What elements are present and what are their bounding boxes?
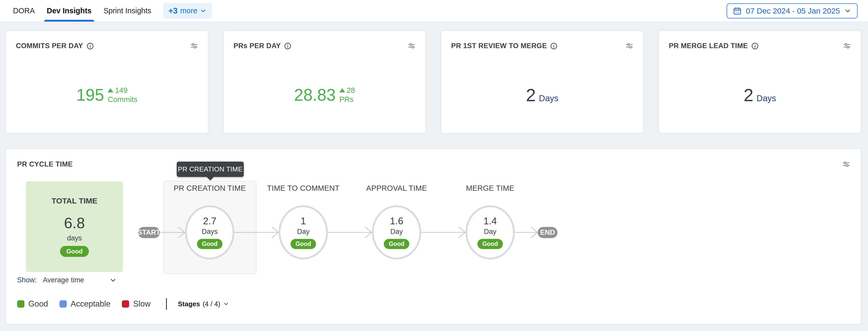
pr-first-review-to-merge-card: PR 1ST REVIEW TO MERGE 2 Days bbox=[441, 30, 644, 134]
stage-node-merge-time[interactable]: 1.4 Day Good bbox=[465, 205, 515, 259]
flow-arrow bbox=[235, 224, 279, 241]
stage-label: APPROVAL TIME bbox=[366, 184, 427, 193]
chevron-down-icon bbox=[200, 7, 207, 14]
show-label: Show: bbox=[17, 276, 37, 284]
flow-arrow bbox=[160, 224, 186, 241]
total-time-value: 6.8 bbox=[64, 214, 85, 231]
end-pill: END bbox=[538, 227, 557, 238]
flow-arrow bbox=[328, 224, 372, 241]
top-bar: DORA Dev Insights Sprint Insights +3 mor… bbox=[0, 0, 868, 22]
metric-value-group: 2 Days bbox=[744, 85, 776, 105]
metric-value-group: 2 Days bbox=[526, 85, 558, 105]
metric-value: 195 bbox=[76, 85, 104, 105]
tab-bar: DORA Dev Insights Sprint Insights +3 mor… bbox=[13, 0, 212, 22]
info-icon[interactable] bbox=[86, 42, 94, 50]
info-icon[interactable] bbox=[550, 42, 558, 50]
metric-value: 28.83 bbox=[294, 85, 336, 105]
dashboard: DORA Dev Insights Sprint Insights +3 mor… bbox=[0, 0, 868, 331]
cycle-flow: TOTAL TIME 6.8 days Good PR CREATION TIM… bbox=[17, 181, 850, 274]
metric-value: 2 bbox=[526, 85, 536, 105]
stage-node-approval-time[interactable]: 1.6 Day Good bbox=[372, 205, 421, 259]
prs-per-day-card: PRs PER DAY 28.83 28 PRs bbox=[223, 30, 426, 134]
metric-delta: 149 bbox=[115, 86, 127, 95]
info-icon[interactable] bbox=[284, 42, 291, 50]
status-badge: Good bbox=[477, 239, 503, 249]
stage-value: 1 bbox=[301, 216, 306, 227]
acceptable-swatch-icon bbox=[60, 300, 67, 308]
tab-sprint-insights[interactable]: Sprint Insights bbox=[103, 0, 151, 22]
metric-cards-row: COMMITS PER DAY 195 149 Commits bbox=[0, 22, 868, 134]
stage-label: TIME TO COMMENT bbox=[267, 184, 340, 193]
card-title: PRs PER DAY bbox=[234, 42, 281, 50]
stage-value: 1.4 bbox=[484, 216, 497, 227]
info-icon[interactable] bbox=[751, 42, 759, 50]
stage-unit: Day bbox=[484, 228, 496, 236]
show-selector-row: Show: Average time bbox=[17, 276, 850, 284]
metric-unit: Days bbox=[539, 93, 558, 103]
stage-value: 2.7 bbox=[203, 216, 216, 227]
total-time-box: TOTAL TIME 6.8 days Good bbox=[26, 182, 123, 272]
stage-label: PR CREATION TIME bbox=[174, 184, 246, 193]
filter-sliders-icon[interactable] bbox=[842, 160, 850, 168]
filter-sliders-icon[interactable] bbox=[408, 42, 415, 50]
card-title: COMMITS PER DAY bbox=[16, 42, 83, 50]
metric-value-group: 195 149 Commits bbox=[76, 85, 137, 105]
up-triangle-icon bbox=[339, 88, 345, 92]
metric-unit: Commits bbox=[107, 95, 137, 104]
stage-unit: Day bbox=[390, 228, 403, 236]
card-title: PR MERGE LEAD TIME bbox=[669, 42, 748, 50]
stage-unit: Day bbox=[297, 228, 310, 236]
more-tabs-count: +3 bbox=[168, 6, 178, 16]
metric-value-group: 28.83 28 PRs bbox=[294, 85, 355, 105]
flow-arrow bbox=[515, 224, 538, 241]
chevron-down-icon bbox=[844, 7, 851, 15]
stages-filter-dropdown[interactable]: Stages (4 / 4) bbox=[178, 300, 229, 308]
date-range-text: 07 Dec 2024 - 05 Jan 2025 bbox=[746, 6, 840, 16]
legend-item-slow: Slow bbox=[122, 299, 151, 309]
calendar-icon bbox=[733, 6, 742, 16]
show-selected-value[interactable]: Average time bbox=[43, 276, 84, 284]
chevron-down-icon[interactable] bbox=[109, 276, 117, 284]
total-time-unit: days bbox=[67, 234, 82, 242]
slow-swatch-icon bbox=[122, 300, 129, 308]
stage-value: 1.6 bbox=[390, 216, 403, 227]
pr-cycle-time-card: PR CYCLE TIME TOTAL TIME 6.8 days Good P… bbox=[5, 148, 861, 325]
commits-per-day-card: COMMITS PER DAY 195 149 Commits bbox=[5, 30, 209, 134]
date-range-picker[interactable]: 07 Dec 2024 - 05 Jan 2025 bbox=[726, 3, 858, 19]
metric-unit: Days bbox=[756, 93, 776, 103]
card-title: PR 1ST REVIEW TO MERGE bbox=[451, 42, 547, 50]
chevron-down-icon bbox=[223, 301, 229, 307]
filter-sliders-icon[interactable] bbox=[190, 42, 198, 50]
stage-unit: Days bbox=[202, 228, 218, 236]
good-swatch-icon bbox=[17, 300, 24, 308]
filter-sliders-icon[interactable] bbox=[625, 42, 633, 50]
up-triangle-icon bbox=[107, 88, 113, 92]
filter-sliders-icon[interactable] bbox=[843, 42, 851, 50]
status-badge: Good bbox=[384, 239, 409, 249]
legend-item-good: Good bbox=[17, 299, 48, 309]
legend-row: Good Acceptable Slow Stages (4 / 4) bbox=[17, 298, 850, 310]
divider bbox=[166, 298, 167, 310]
metric-unit: PRs bbox=[339, 95, 354, 104]
stage-tooltip: PR CREATION TIME bbox=[177, 162, 244, 177]
tab-dora[interactable]: DORA bbox=[13, 0, 35, 22]
status-badge: Good bbox=[60, 246, 89, 257]
more-tabs-button[interactable]: +3 more bbox=[163, 3, 212, 19]
legend-item-acceptable: Acceptable bbox=[60, 299, 111, 309]
status-badge: Good bbox=[290, 239, 316, 249]
stage-node-time-to-comment[interactable]: 1 Day Good bbox=[279, 205, 328, 259]
pr-merge-lead-time-card: PR MERGE LEAD TIME 2 Days bbox=[658, 30, 862, 134]
metric-value: 2 bbox=[744, 85, 753, 105]
stage-node-pr-creation-time[interactable]: 2.7 Days Good bbox=[185, 205, 235, 259]
start-pill: START bbox=[138, 227, 160, 238]
status-badge: Good bbox=[197, 239, 222, 249]
total-time-label: TOTAL TIME bbox=[52, 196, 97, 205]
section-title: PR CYCLE TIME bbox=[17, 160, 73, 168]
tab-dev-insights[interactable]: Dev Insights bbox=[47, 0, 91, 22]
stage-label: MERGE TIME bbox=[466, 184, 514, 193]
more-tabs-label: more bbox=[180, 6, 197, 15]
metric-delta: 28 bbox=[347, 86, 355, 95]
flow-arrow bbox=[421, 224, 466, 241]
